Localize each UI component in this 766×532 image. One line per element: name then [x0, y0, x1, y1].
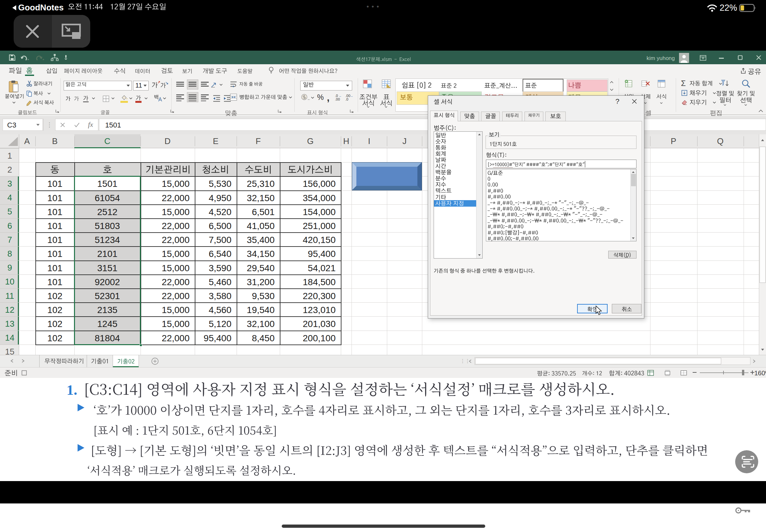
svg-text:.00: .00 [335, 97, 340, 101]
svg-text:.0: .0 [345, 97, 348, 101]
svg-text:→: → [350, 94, 353, 98]
